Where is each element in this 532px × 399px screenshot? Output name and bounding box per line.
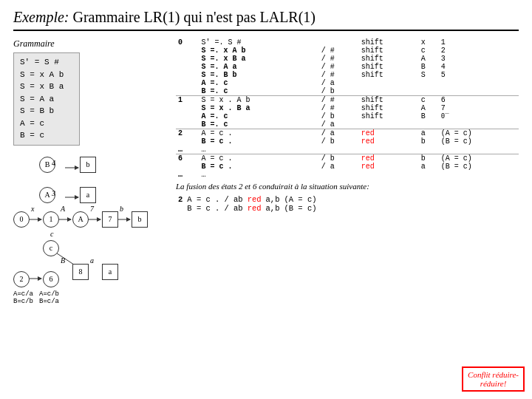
node-0: 0	[13, 211, 30, 228]
table-row: S =. x B a / # shift A 3	[176, 55, 519, 63]
main-content: Grammaire S' = S # S = x A b S = x B a S…	[13, 38, 519, 316]
node-7: 7	[102, 211, 118, 228]
table-row: A =. c / b shift B 0̅	[176, 112, 519, 120]
node-a-label: a	[80, 187, 96, 203]
table-row: B =. c / b	[176, 87, 519, 96]
grammar-label: Grammaire	[13, 38, 168, 50]
node-c: c	[43, 240, 59, 256]
node-6-label: A=c/bB=c/a	[39, 290, 59, 305]
table-row: … …	[176, 171, 519, 179]
table-row: B = c . / a red a (B = c)	[176, 163, 519, 171]
node-6: 6	[43, 271, 59, 287]
left-panel: Grammaire S' = S # S = x A b S = x B a S…	[13, 38, 168, 316]
table-row: S =. A a / # shift B 4	[176, 63, 519, 71]
node-2-label: A=c/aB=c/b	[13, 290, 33, 305]
bottom-table: 2 A = c . / ab red a,b (A = c) B = c . /…	[176, 195, 319, 213]
conflict-box: Conflit réduire- réduire!	[462, 366, 525, 392]
table-row: S = x . B a / # shift A 7	[176, 104, 519, 112]
table-row: 6 A = c . / b red b (A = c)	[176, 154, 519, 163]
node-2: 2	[13, 271, 30, 287]
node-8: 8	[72, 264, 89, 280]
table-row: 2 A = c . / a red a (A = c)	[176, 129, 519, 137]
table-row: S =. x A b / # shift c 2	[176, 47, 519, 55]
table-row: A =. c / a	[176, 79, 519, 87]
node-A2: A	[72, 211, 89, 228]
table-row: 2 A = c . / ab red a,b (A = c)	[176, 195, 319, 204]
node-b2: b	[132, 211, 148, 228]
page-title: Exemple: Grammaire LR(1) qui n'est pas L…	[13, 7, 519, 31]
table-row: S =. B b / # shift S 5	[176, 71, 519, 79]
grammar-box: S' = S # S = x A b S = x B a S = A a S =…	[13, 52, 80, 146]
automaton-arrows	[13, 153, 168, 316]
table-row: B = c . / b red b (B = c)	[176, 137, 519, 146]
fusion-text: La fusion des états 2 et 6 conduirait à …	[176, 182, 519, 191]
node-1: 1	[43, 211, 59, 228]
table-row: 1 S = x . A b / # shift c 6	[176, 96, 519, 104]
automaton-diagram: B 4 b A 3 a 0 x 1 A A 7 7 b b c c	[13, 153, 168, 316]
parse-table: 0 S' =. S # shift x 1 S =. x A b / # shi…	[176, 38, 519, 179]
page: Exemple: Grammaire LR(1) qui n'est pas L…	[0, 0, 532, 399]
table-row: 0 S' =. S # shift x 1	[176, 38, 519, 47]
bottom-section: La fusion des états 2 et 6 conduirait à …	[176, 182, 519, 213]
right-panel: 0 S' =. S # shift x 1 S =. x A b / # shi…	[176, 38, 519, 316]
node-a2: a	[102, 264, 118, 280]
table-row: B =. c / a	[176, 120, 519, 129]
node-b-label: b	[80, 157, 96, 173]
table-row: B = c . / ab red a,b (B = c)	[176, 204, 319, 213]
table-row: … …	[176, 146, 519, 154]
